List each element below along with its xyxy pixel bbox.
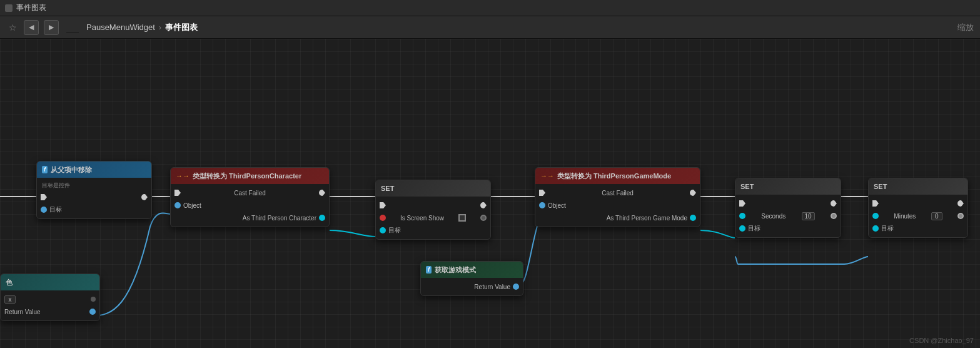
function-badge: f — [42, 166, 48, 173]
node-header: SET — [376, 180, 490, 197]
cast-failed-pin[interactable] — [690, 190, 696, 196]
exec-row — [376, 199, 490, 212]
node-header: →→ 类型转换为 ThirdPersonGameMode — [535, 168, 700, 184]
node-title: SET — [874, 183, 887, 190]
forward-button[interactable]: ▶ — [44, 20, 59, 35]
as-gamemode-pin[interactable] — [690, 215, 696, 221]
node-get-game-mode[interactable]: f 获取游戏模式 Return Value — [420, 261, 523, 296]
node-subtitle: 目标是控件 — [37, 180, 151, 191]
seconds-label: Seconds — [761, 213, 786, 220]
node-header: SET — [735, 178, 841, 195]
node-cast-to-gamemode[interactable]: →→ 类型转换为 ThirdPersonGameMode Cast Failed… — [535, 167, 700, 227]
cast-failed-label: Cast Failed — [602, 190, 634, 197]
is-screen-show-label: Is Screen Show — [400, 215, 444, 222]
return-value-row: Return Value — [421, 280, 523, 293]
function-badge: f — [426, 266, 432, 274]
return-row: Return Value — [1, 305, 99, 318]
is-screen-show-row: Is Screen Show — [376, 212, 490, 224]
minutes-label: Minutes — [894, 213, 916, 220]
node-title: 类型转换为 ThirdPersonCharacter — [193, 171, 301, 181]
exec-in-pin[interactable] — [174, 190, 181, 196]
cast-badge: →→ — [540, 172, 554, 180]
return-pin[interactable] — [89, 309, 96, 315]
node-set-screen-show[interactable]: SET Is Screen Show 目标 — [375, 180, 491, 240]
x-value[interactable]: x — [4, 295, 16, 304]
node-set-minutes[interactable]: SET Minutes 0 目标 — [868, 178, 968, 238]
node-header: f 从父项中移除 — [37, 161, 151, 178]
cast-badge: →→ — [176, 172, 189, 180]
breadcrumb: PauseMenuWidget › 事件图表 — [86, 22, 198, 33]
target-pin[interactable] — [739, 225, 745, 232]
exec-row: Cast Failed — [535, 187, 700, 199]
exec-in-pin[interactable] — [539, 190, 545, 196]
blueprint-icon — [66, 22, 79, 33]
screen-show-out-pin[interactable] — [480, 215, 487, 221]
exec-row: Cast Failed — [171, 187, 329, 199]
node-cast-to-character[interactable]: →→ 类型转换为 ThirdPersonCharacter Cast Faile… — [170, 167, 330, 227]
target-pin[interactable] — [41, 207, 47, 213]
minutes-value[interactable]: 0 — [931, 212, 942, 220]
target-label: 目标 — [748, 224, 760, 233]
node-remove-from-parent[interactable]: f 从父项中移除 目标是控件 目标 — [36, 161, 152, 219]
object-label: Object — [548, 202, 566, 209]
as-gamemode-row: As Third Person Game Mode — [535, 212, 700, 224]
exec-out-pin[interactable] — [957, 200, 964, 207]
return-value-pin[interactable] — [513, 284, 519, 290]
minutes-out-pin[interactable] — [957, 213, 964, 219]
minutes-row: Minutes 0 — [869, 210, 967, 222]
x-row: x — [1, 293, 99, 305]
object-pin[interactable] — [174, 202, 181, 208]
checkbox-pin[interactable] — [458, 214, 466, 222]
node-title: 色 — [6, 278, 13, 287]
cast-failed-pin[interactable] — [319, 190, 325, 196]
target-pin[interactable] — [380, 227, 386, 233]
as-character-pin[interactable] — [319, 215, 325, 221]
seconds-pin[interactable] — [739, 213, 745, 219]
node-set-seconds[interactable]: SET Seconds 10 目标 — [735, 178, 841, 238]
exec-in-pin[interactable] — [380, 202, 386, 208]
back-button[interactable]: ◀ — [24, 20, 39, 35]
target-label: 目标 — [388, 226, 401, 235]
node-body: Return Value — [421, 278, 523, 295]
is-screen-show-pin[interactable] — [380, 215, 386, 221]
node-body: Cast Failed Object As Third Person Chara… — [171, 184, 329, 227]
as-character-label: As Third Person Character — [243, 215, 316, 222]
exec-out-pin[interactable] — [831, 200, 837, 207]
node-header: →→ 类型转换为 ThirdPersonCharacter — [171, 168, 329, 184]
node-color[interactable]: 色 x Return Value — [0, 274, 100, 321]
exec-out-pin[interactable] — [480, 202, 487, 208]
close-button[interactable] — [5, 4, 13, 12]
exec-in-pin[interactable] — [872, 200, 879, 207]
object-row: Object — [171, 199, 329, 212]
node-title: 从父项中移除 — [51, 165, 92, 175]
breadcrumb-parent[interactable]: PauseMenuWidget — [86, 23, 155, 32]
object-pin[interactable] — [539, 202, 545, 208]
node-body: 目标是控件 目标 — [37, 178, 151, 218]
cast-failed-label: Cast Failed — [234, 190, 266, 197]
seconds-value[interactable]: 10 — [802, 212, 815, 220]
node-title: 类型转换为 ThirdPersonGameMode — [557, 171, 671, 181]
exec-in-pin[interactable] — [739, 200, 745, 207]
node-title: SET — [740, 183, 754, 190]
node-exec-row — [37, 191, 151, 203]
favorite-button[interactable]: ☆ — [6, 21, 19, 34]
target-row: 目标 — [735, 222, 841, 235]
target-row: 目标 — [869, 222, 967, 235]
minutes-pin[interactable] — [872, 213, 879, 219]
collapse-button[interactable]: 缩放 — [957, 22, 974, 33]
target-pin[interactable] — [872, 225, 879, 232]
exec-out-pin[interactable] — [141, 194, 148, 200]
seconds-out-pin[interactable] — [831, 213, 837, 219]
x-pin[interactable] — [91, 297, 96, 302]
toolbar: ☆ ◀ ▶ PauseMenuWidget › 事件图表 缩放 — [0, 16, 980, 39]
node-header: f 获取游戏模式 — [421, 262, 523, 278]
as-character-row: As Third Person Character — [171, 212, 329, 224]
exec-in-pin[interactable] — [41, 194, 47, 200]
seconds-row: Seconds 10 — [735, 210, 841, 222]
object-label: Object — [183, 202, 201, 209]
return-label: Return Value — [4, 309, 41, 315]
watermark: CSDN @Zhichao_97 — [909, 337, 974, 344]
node-header: SET — [869, 178, 967, 195]
blueprint-canvas[interactable]: f 从父项中移除 目标是控件 目标 →→ 类型转换为 ThirdPersonCh… — [0, 39, 980, 348]
target-label: 目标 — [881, 224, 894, 233]
